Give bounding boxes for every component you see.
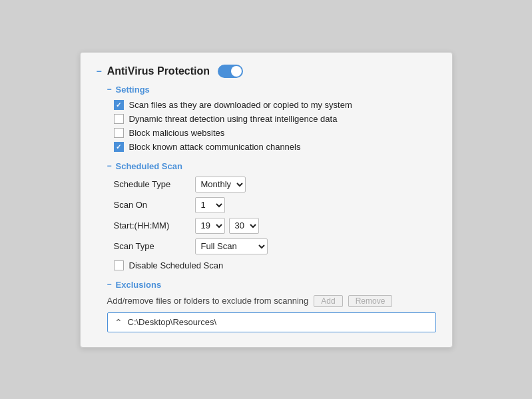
settings-section: − Settings Scan files as they are downlo… [107,85,436,152]
main-title: AntiVirus Protection [107,65,210,77]
scan-type-controls: Full Scan Quick Scan Custom Scan [195,238,436,254]
exclusions-title: Exclusions [116,280,162,290]
exclusions-desc-row: Add/remove files or folders to exclude f… [107,295,436,307]
checkbox-label-2: Dynamic threat detection using threat in… [129,114,338,124]
disable-scheduled-scan-label: Disable Scheduled Scan [129,260,224,270]
exclusion-path: C:\Desktop\Resources\ [128,317,217,327]
exclusions-header: − Exclusions [107,280,436,290]
checkbox-label-4: Block known attack communication channel… [129,142,301,152]
scan-grid: Schedule Type Daily Weekly Monthly Scan … [114,177,436,270]
scheduled-scan-header: − Scheduled Scan [107,161,436,171]
schedule-type-label: Schedule Type [114,179,187,189]
settings-title: Settings [116,85,150,95]
remove-exclusion-button[interactable]: Remove [348,295,393,307]
start-time-label: Start:(HH:MM) [114,220,187,230]
checkbox-label-3: Block malicious websites [129,128,225,138]
start-time-controls: 01234 56789 1011121314 15161718 19202122… [195,218,436,234]
settings-header: − Settings [107,85,436,95]
antivirus-toggle[interactable] [218,65,243,78]
settings-checkboxes: Scan files as they are downloaded or cop… [114,100,436,152]
disable-scheduled-scan-row: Disable Scheduled Scan [114,260,436,270]
start-minute-select[interactable]: 000510152025 303540455055 [229,218,259,234]
exclusions-section: − Exclusions Add/remove files or folders… [107,280,436,332]
checkbox-row-1: Scan files as they are downloaded or cop… [114,100,436,110]
scan-on-controls: 1 2345 6789 101520252831 [195,197,436,213]
checkbox-row-4: Block known attack communication channel… [114,142,436,152]
exclusions-path-box: ⌃ C:\Desktop\Resources\ [107,312,436,332]
checkbox-dynamic-threat[interactable] [114,114,124,124]
main-collapse-icon[interactable]: − [97,66,102,77]
checkbox-scan-files[interactable] [114,100,124,110]
antivirus-card: − AntiVirus Protection − Settings Scan f… [80,52,453,348]
scheduled-scan-title: Scheduled Scan [116,161,182,171]
scan-on-label: Scan On [114,200,187,210]
checkbox-block-channels[interactable] [114,142,124,152]
scheduled-scan-collapse-icon[interactable]: − [107,161,112,171]
schedule-type-controls: Daily Weekly Monthly [195,177,436,193]
exclusions-collapse-icon[interactable]: − [107,280,112,289]
scheduled-scan-section: − Scheduled Scan Schedule Type Daily Wee… [107,161,436,270]
scan-type-select[interactable]: Full Scan Quick Scan Custom Scan [195,238,268,254]
scan-type-label: Scan Type [114,241,187,251]
disable-scheduled-scan-checkbox[interactable] [114,260,124,270]
folder-icon: ⌃ [115,317,123,328]
exclusions-description: Add/remove files or folders to exclude f… [107,296,309,306]
start-hour-select[interactable]: 01234 56789 1011121314 15161718 19202122… [195,218,225,234]
main-header: − AntiVirus Protection [97,65,436,78]
settings-collapse-icon[interactable]: − [107,85,112,94]
add-exclusion-button[interactable]: Add [314,295,342,307]
checkbox-row-3: Block malicious websites [114,128,436,138]
scan-on-select[interactable]: 1 2345 6789 101520252831 [195,197,225,213]
checkbox-row-2: Dynamic threat detection using threat in… [114,114,436,124]
checkbox-label-1: Scan files as they are downloaded or cop… [129,100,352,110]
checkbox-block-websites[interactable] [114,128,124,138]
schedule-type-select[interactable]: Daily Weekly Monthly [195,177,246,193]
